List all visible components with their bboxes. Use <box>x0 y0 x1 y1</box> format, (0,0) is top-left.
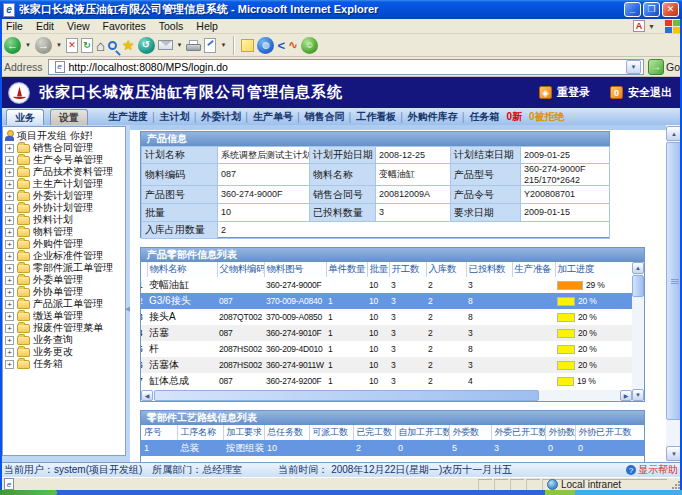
expand-icon[interactable]: + <box>5 360 14 369</box>
route-col-5[interactable]: 已完工数 <box>353 425 395 440</box>
search-button[interactable] <box>108 41 117 50</box>
research-button[interactable]: ∿ <box>288 39 298 51</box>
menu-item-favorites[interactable]: Favorites <box>103 20 146 32</box>
menu-item-edit[interactable]: Edit <box>36 20 54 32</box>
parts-row[interactable]: 6活塞体2087HS002360-274-9011W11032320 % <box>141 357 632 373</box>
expand-icon[interactable]: + <box>5 144 14 153</box>
nav-item-6[interactable]: 外购件库存 <box>408 110 458 124</box>
nav-item-5[interactable]: 工作看板 <box>356 110 396 124</box>
menu-item-tools[interactable]: Tools <box>159 20 184 32</box>
go-button[interactable]: → Go <box>648 59 680 75</box>
note-button[interactable] <box>241 39 254 52</box>
menu-item-help[interactable]: Help <box>196 20 218 32</box>
expand-icon[interactable]: + <box>5 228 14 237</box>
parts-col-3[interactable]: 物料图号 <box>264 262 326 277</box>
community-button[interactable]: ☺ <box>301 37 318 54</box>
logout-button[interactable]: 0 安全退出 <box>610 85 672 100</box>
address-url[interactable]: http://localhost:8080/MPS/login.do <box>69 61 626 73</box>
address-input[interactable]: e http://localhost:8080/MPS/login.do ▼ <box>48 59 644 75</box>
back-dropdown-icon[interactable]: ▼ <box>25 42 31 48</box>
minimize-button[interactable]: _ <box>624 2 641 17</box>
tab-business[interactable]: 业务 <box>6 109 44 125</box>
forward-dropdown-icon[interactable]: ▼ <box>56 42 62 48</box>
parts-scroll-up-icon[interactable]: ▲ <box>632 262 644 274</box>
nav-item-1[interactable]: 主计划 <box>160 110 190 124</box>
acrobat-icon[interactable]: A <box>633 20 645 32</box>
close-button[interactable]: ✕ <box>662 2 679 17</box>
parts-col-4[interactable]: 单件数量 <box>326 262 367 277</box>
expand-icon[interactable]: + <box>5 192 14 201</box>
acrobat-dropdown-icon[interactable]: ▼ <box>648 23 655 30</box>
parts-hscrollbar[interactable]: ◀ ▶ <box>141 390 632 401</box>
resize-grip[interactable] <box>671 480 680 489</box>
parts-col-1[interactable]: 物料名称 <box>147 262 217 277</box>
expand-icon[interactable]: + <box>5 264 14 273</box>
nav-item-7[interactable]: 任务箱 <box>469 110 499 124</box>
expand-icon[interactable]: + <box>5 288 14 297</box>
expand-icon[interactable]: + <box>5 336 14 345</box>
parts-scroll-right-icon[interactable]: ▶ <box>620 390 632 401</box>
route-col-8[interactable]: 外委已开工数 <box>491 425 545 440</box>
menu-item-file[interactable]: File <box>6 20 23 32</box>
parts-col-2[interactable]: 父物料编码 <box>217 262 264 277</box>
route-col-3[interactable]: 总任务数 <box>264 425 309 440</box>
expand-icon[interactable]: + <box>5 324 14 333</box>
expand-icon[interactable]: + <box>5 252 14 261</box>
nav-item-3[interactable]: 生产单号 <box>253 110 293 124</box>
nav-item-0[interactable]: 生产进度 <box>108 110 148 124</box>
parts-col-6[interactable]: 开工数 <box>389 262 426 277</box>
route-col-9[interactable]: 外协数 <box>545 425 575 440</box>
parts-col-9[interactable]: 生产准备 <box>512 262 555 277</box>
taskbar-item[interactable] <box>545 490 575 495</box>
expand-icon[interactable]: + <box>5 348 14 357</box>
parts-col-7[interactable]: 入库数 <box>426 262 466 277</box>
parts-col-10[interactable]: 加工进度 <box>555 262 632 277</box>
expand-icon[interactable]: + <box>5 240 14 249</box>
sidebar-item-17[interactable]: +业务更改 <box>3 346 125 358</box>
parts-col-8[interactable]: 已投料数 <box>466 262 512 277</box>
history-button[interactable]: ↺ <box>138 37 155 54</box>
parts-vscrollbar[interactable]: ▲ ▼ <box>632 262 644 401</box>
parts-row[interactable]: 1变幅油缸360-274-9000F1032329 % <box>141 277 632 293</box>
sidebar-item-18[interactable]: +任务箱 <box>3 358 125 370</box>
expand-icon[interactable]: + <box>5 300 14 309</box>
parts-row[interactable]: 4活塞087360-274-9010F11032320 % <box>141 325 632 341</box>
parts-scroll-thumb[interactable] <box>632 275 644 297</box>
expand-icon[interactable]: + <box>5 312 14 321</box>
route-col-10[interactable]: 外协已开工数 <box>575 425 644 440</box>
route-col-1[interactable]: 工序名称 <box>177 425 223 440</box>
edit-dropdown-icon[interactable]: ▼ <box>220 42 226 48</box>
windows-taskbar[interactable] <box>0 490 682 495</box>
web-button[interactable]: ◍ <box>257 37 274 54</box>
print-button[interactable] <box>186 40 201 51</box>
route-col-4[interactable]: 可派工数 <box>309 425 353 440</box>
route-col-0[interactable]: 序号 <box>141 425 177 440</box>
route-col-2[interactable]: 加工要求 <box>223 425 264 440</box>
route-col-7[interactable]: 外委数 <box>449 425 491 440</box>
parts-row[interactable]: 5杆2087HS002360-209-4D01011032820 % <box>141 341 632 357</box>
tab-settings[interactable]: 设置 <box>50 109 88 125</box>
refresh-button[interactable]: ↻ <box>81 38 93 53</box>
parts-row[interactable]: 3接头A2087QT002370-009-A085011032820 % <box>141 309 632 325</box>
menu-item-view[interactable]: View <box>67 20 90 32</box>
address-dropdown-icon[interactable]: ▼ <box>626 60 641 74</box>
mail-button[interactable] <box>158 40 173 50</box>
parts-row[interactable]: 2G3/6接头087370-009-A084011032820 % <box>141 293 632 309</box>
expand-icon[interactable]: + <box>5 156 14 165</box>
edit-button[interactable] <box>204 38 216 53</box>
maximize-button[interactable]: ❐ <box>643 2 660 17</box>
show-help-link[interactable]: ?显示帮助 <box>626 463 678 477</box>
parts-col-5[interactable]: 批量 <box>367 262 389 277</box>
expand-icon[interactable]: + <box>5 276 14 285</box>
parts-hscroll-thumb[interactable] <box>154 390 539 401</box>
expand-icon[interactable]: + <box>5 168 14 177</box>
parts-row[interactable]: 7缸体总成087360-274-9200F11032419 % <box>141 373 632 389</box>
route-row[interactable]: 1总装按图组装10205300 <box>141 440 644 456</box>
expand-icon[interactable]: + <box>5 180 14 189</box>
relogin-button[interactable]: ◈ 重登录 <box>539 85 590 100</box>
messenger-angle-button[interactable]: < <box>277 39 285 52</box>
expand-icon[interactable]: + <box>5 204 14 213</box>
favorites-button[interactable]: ★ <box>122 38 135 52</box>
mail-dropdown-icon[interactable]: ▼ <box>177 42 183 48</box>
start-button[interactable] <box>0 490 57 495</box>
